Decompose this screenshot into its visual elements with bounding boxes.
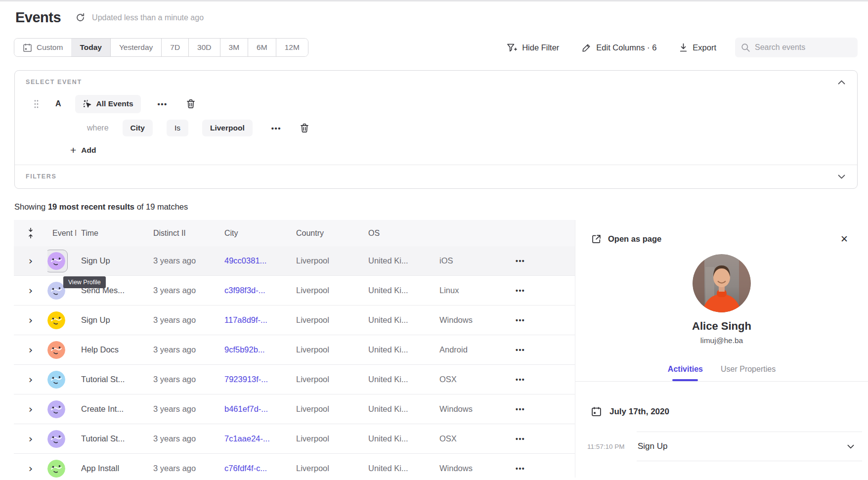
row-more-menu[interactable] (504, 287, 575, 295)
collapse-section-button[interactable] (838, 80, 845, 85)
close-icon: ✕ (840, 234, 848, 244)
expand-row-chevron[interactable] (29, 315, 33, 325)
cell-country: United Ki... (363, 345, 434, 354)
column-header-city[interactable]: City (219, 229, 291, 238)
range-today[interactable]: Today (71, 39, 110, 56)
user-avatar[interactable] (47, 341, 65, 359)
query-builder-card: SELECT EVENT A All Events (14, 70, 858, 189)
operator-pill[interactable]: Is (167, 120, 188, 136)
expand-row-chevron[interactable] (29, 434, 33, 444)
cell-distinct-id[interactable]: 117a8d9f-... (219, 315, 291, 325)
user-avatar[interactable] (47, 282, 65, 300)
expand-row-chevron[interactable] (29, 464, 33, 474)
cell-city: Liverpool (291, 404, 363, 414)
cell-distinct-id[interactable]: 7923913f-... (219, 375, 291, 384)
row-more-menu[interactable] (504, 405, 575, 413)
edit-columns-button[interactable]: Edit Columns · 6 (582, 43, 656, 52)
event-selector[interactable]: All Events (75, 95, 141, 113)
toolbar-actions: Hide Filter Edit Columns · 6 Export (484, 38, 858, 57)
cell-os: iOS (434, 256, 504, 265)
all-events-icon (83, 99, 92, 109)
cell-distinct-id[interactable]: c3f98f3d-... (219, 286, 291, 295)
row-more-menu[interactable] (504, 465, 575, 473)
updated-status: Updated less than a minute ago (92, 13, 204, 22)
cell-distinct-id[interactable]: b461ef7d-... (219, 404, 291, 414)
expand-filters-button[interactable] (838, 175, 845, 179)
export-button[interactable]: Export (679, 43, 716, 52)
expand-row-chevron[interactable] (29, 375, 33, 385)
range-custom[interactable]: Custom (14, 39, 71, 56)
cell-country: United Ki... (363, 315, 434, 325)
expand-row-chevron[interactable] (29, 256, 33, 266)
activity-event-row[interactable]: Sign Up (637, 432, 862, 461)
row-more-menu[interactable] (504, 376, 575, 384)
expand-row-chevron[interactable] (29, 286, 33, 296)
select-event-label: SELECT EVENT (26, 79, 82, 86)
expand-row-chevron[interactable] (29, 345, 33, 355)
trash-icon (300, 123, 309, 133)
activity-item: 11:57:10 PM Sign Up (575, 432, 868, 461)
expand-row-chevron[interactable] (29, 404, 33, 414)
event-more-menu[interactable]: ••• (158, 100, 168, 108)
range-7d[interactable]: 7D (161, 39, 188, 56)
where-clause-row: where City Is Liverpool ••• (15, 119, 857, 137)
delete-where-button[interactable] (300, 123, 309, 133)
user-avatar[interactable] (47, 250, 68, 272)
user-avatar[interactable] (47, 400, 65, 418)
profile-name: Alice Singh (575, 320, 868, 333)
row-more-menu[interactable] (504, 257, 575, 265)
column-header-event-nar[interactable]: Event Nar (47, 229, 76, 238)
view-profile-tooltip: View Profile (63, 276, 106, 288)
column-header-distinct-ii[interactable]: Distinct II (148, 229, 219, 238)
row-more-menu[interactable] (504, 346, 575, 354)
cell-time: 3 years ago (148, 434, 219, 443)
cell-distinct-id[interactable]: 7c1aae24-... (219, 434, 291, 443)
activity-date-header: July 17th, 2020 (575, 382, 868, 417)
drag-handle-icon[interactable] (34, 100, 39, 108)
user-avatar[interactable] (47, 430, 65, 448)
open-as-page-button[interactable]: Open as page (591, 234, 661, 244)
row-more-menu[interactable] (504, 435, 575, 443)
range-12m[interactable]: 12M (276, 39, 308, 56)
cell-country: United Ki... (363, 286, 434, 295)
column-header-country[interactable]: Country (291, 229, 363, 238)
range-custom-label: Custom (37, 43, 63, 52)
tab-activities[interactable]: Activities (668, 365, 703, 381)
search-icon (741, 43, 750, 52)
range-3m[interactable]: 3M (220, 39, 248, 56)
tab-user-properties[interactable]: User Properties (721, 365, 776, 381)
add-event-button[interactable]: + Add (70, 146, 96, 155)
column-header-os[interactable]: OS (363, 229, 434, 238)
property-pill[interactable]: City (123, 120, 153, 136)
cell-event-name: Help Docs (76, 345, 148, 354)
cell-os: OSX (434, 434, 504, 443)
where-more-menu[interactable]: ••• (271, 124, 281, 132)
profile-tabs: ActivitiesUser Properties (575, 365, 868, 382)
user-avatar[interactable] (47, 371, 65, 389)
refresh-button[interactable] (76, 13, 85, 22)
download-icon (679, 43, 688, 52)
cell-time: 3 years ago (148, 375, 219, 384)
user-avatar[interactable] (47, 311, 65, 329)
range-yesterday[interactable]: Yesterday (110, 39, 161, 56)
hide-filter-button[interactable]: Hide Filter (507, 43, 559, 52)
value-pill[interactable]: Liverpool (202, 120, 253, 136)
search-input[interactable] (755, 43, 852, 52)
filters-section: FILTERS (15, 165, 857, 188)
range-30d[interactable]: 30D (188, 39, 219, 56)
cell-distinct-id[interactable]: c76fdf4f-c... (219, 464, 291, 473)
delete-event-button[interactable] (186, 99, 195, 109)
profile-photo[interactable] (693, 254, 751, 312)
plus-icon: + (70, 147, 76, 154)
cell-distinct-id[interactable]: 9cf5b92b... (219, 345, 291, 354)
user-avatar[interactable] (47, 460, 65, 478)
row-more-menu[interactable] (504, 316, 575, 324)
range-6m[interactable]: 6M (248, 39, 276, 56)
column-header-time[interactable]: Time (76, 229, 148, 238)
calendar-icon (23, 43, 32, 52)
collapse-rows-icon[interactable] (14, 227, 47, 239)
close-panel-button[interactable]: ✕ (840, 233, 848, 245)
cell-distinct-id[interactable]: 49cc0381... (219, 256, 291, 265)
cell-country: United Ki... (363, 404, 434, 414)
chevron-down-icon (838, 175, 845, 179)
